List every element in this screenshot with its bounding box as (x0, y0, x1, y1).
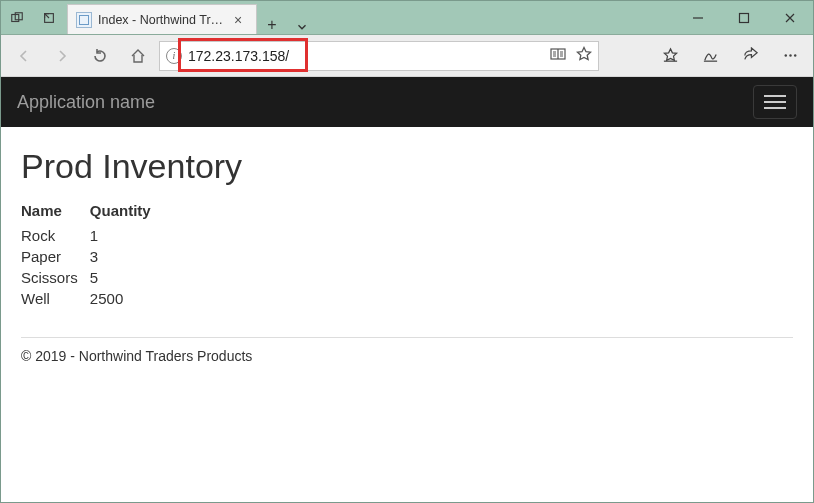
inventory-table: Name Quantity Rock 1 Paper 3 Scissors 5 (21, 200, 179, 309)
cell-quantity: 3 (90, 246, 179, 267)
refresh-button[interactable] (83, 39, 117, 73)
cell-name: Well (21, 288, 90, 309)
footer-divider (21, 337, 793, 338)
back-button[interactable] (7, 39, 41, 73)
cell-name: Rock (21, 225, 90, 246)
cell-quantity: 2500 (90, 288, 179, 309)
svg-point-6 (789, 54, 791, 56)
share-icon[interactable] (733, 39, 767, 73)
table-header-row: Name Quantity (21, 200, 179, 225)
cell-quantity: 5 (90, 267, 179, 288)
svg-point-7 (793, 54, 795, 56)
favorite-star-icon[interactable] (576, 46, 592, 65)
new-tab-button[interactable]: + (257, 16, 287, 34)
browser-window: Index - Northwind Traders × + (0, 0, 814, 503)
table-row: Well 2500 (21, 288, 179, 309)
minimize-button[interactable] (675, 1, 721, 34)
window-titlebar: Index - Northwind Traders × + (1, 1, 813, 35)
tab-title: Index - Northwind Traders (98, 13, 226, 27)
navbar-toggle-button[interactable] (753, 85, 797, 119)
address-bar[interactable]: i 172.23.173.158/ (159, 41, 599, 71)
set-aside-tabs-icon[interactable] (33, 1, 65, 34)
app-navbar: Application name (1, 77, 813, 127)
window-controls (675, 1, 813, 34)
tab-overflow-icon[interactable] (287, 20, 317, 34)
table-row: Rock 1 (21, 225, 179, 246)
tab-close-icon[interactable]: × (232, 12, 244, 28)
tab-favicon (76, 12, 92, 28)
site-info-icon[interactable]: i (166, 48, 182, 64)
browser-tab[interactable]: Index - Northwind Traders × (67, 4, 257, 34)
tab-strip: Index - Northwind Traders × + (67, 1, 317, 34)
reading-view-icon[interactable] (550, 46, 566, 65)
forward-button[interactable] (45, 39, 79, 73)
toolbar-right (653, 39, 807, 73)
maximize-button[interactable] (721, 1, 767, 34)
close-window-button[interactable] (767, 1, 813, 34)
more-menu-icon[interactable] (773, 39, 807, 73)
col-quantity-header: Quantity (90, 200, 179, 225)
home-button[interactable] (121, 39, 155, 73)
favorites-list-icon[interactable] (653, 39, 687, 73)
page-heading: Prod Inventory (21, 147, 793, 186)
cell-quantity: 1 (90, 225, 179, 246)
cell-name: Paper (21, 246, 90, 267)
cell-name: Scissors (21, 267, 90, 288)
footer-text: © 2019 - Northwind Traders Products (21, 348, 793, 364)
browser-toolbar: i 172.23.173.158/ (1, 35, 813, 77)
col-name-header: Name (21, 200, 90, 225)
table-row: Paper 3 (21, 246, 179, 267)
notes-icon[interactable] (693, 39, 727, 73)
svg-rect-3 (740, 13, 749, 22)
table-row: Scissors 5 (21, 267, 179, 288)
address-url: 172.23.173.158/ (188, 48, 544, 64)
page-content: Prod Inventory Name Quantity Rock 1 Pape… (1, 127, 813, 502)
svg-point-5 (784, 54, 786, 56)
app-brand[interactable]: Application name (17, 92, 155, 113)
tab-actions-icon[interactable] (1, 1, 33, 34)
